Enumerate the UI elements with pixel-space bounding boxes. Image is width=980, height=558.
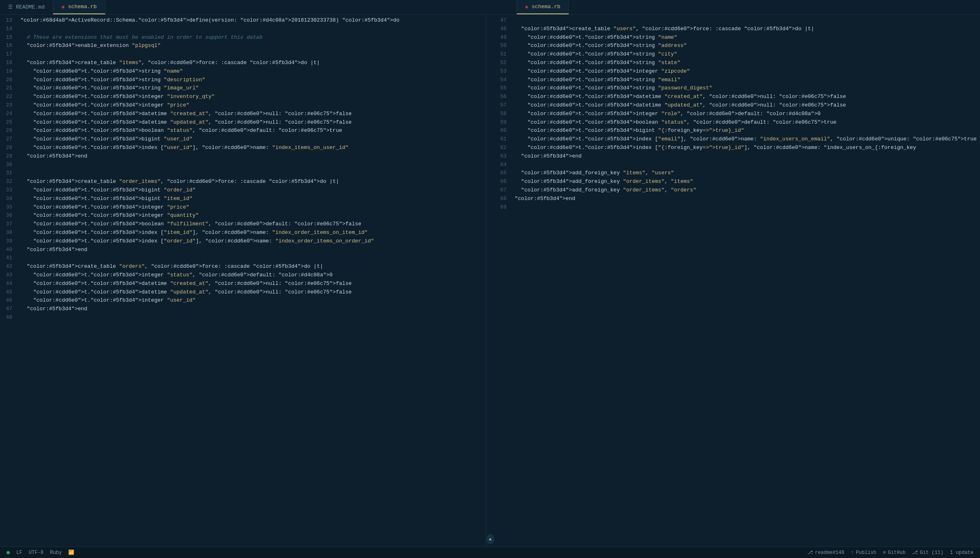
- schema-left-tab-label: schema.rb: [68, 4, 97, 10]
- status-encoding[interactable]: LF: [16, 550, 22, 556]
- publish-icon: ↑: [851, 550, 854, 556]
- status-signal: 📶: [68, 549, 74, 556]
- code-line: "color:#5fb3d4">add_foreign_key "items",…: [515, 169, 980, 178]
- code-line: "color:#cdd6e0">t."color:#5fb3d4">string…: [515, 59, 980, 67]
- code-line: "color:#5fb3d4">end: [20, 152, 486, 161]
- status-charset[interactable]: UTF-8: [29, 550, 43, 556]
- line-number: 51: [498, 50, 507, 59]
- git-label: Git (11): [920, 550, 944, 556]
- code-line: "color:#cdd6e0">t."color:#5fb3d4">intege…: [20, 93, 486, 101]
- readme-tab-label: README.md: [16, 4, 45, 10]
- git-item[interactable]: ⎇ Git (11): [912, 549, 944, 556]
- code-line: "color:#cdd6e0">t."color:#5fb3d4">string…: [515, 33, 980, 42]
- code-line: "color:#5fb3d4">add_foreign_key "order_i…: [515, 178, 980, 186]
- line-number: 44: [3, 280, 12, 288]
- code-line: "color:#5fb3d4">create_table "order_item…: [20, 178, 486, 186]
- schema-right-tab-label: schema.rb: [532, 4, 560, 10]
- code-line: "color:#68d4a8">ActiveRecord::Schema."co…: [20, 16, 486, 25]
- editors-container: 1314151617181920212223242526272829303132…: [0, 15, 980, 547]
- line-number: 67: [498, 186, 507, 195]
- git-icon: ⎇: [912, 549, 918, 556]
- code-line: "color:#cdd6e0">t."color:#5fb3d4">boolea…: [515, 118, 980, 127]
- code-line: "color:#cdd6e0">t."color:#5fb3d4">index …: [20, 237, 486, 246]
- line-number: 33: [3, 186, 12, 195]
- line-number: 46: [3, 296, 12, 305]
- update-item[interactable]: 1 update: [950, 550, 973, 556]
- line-number: 68: [498, 195, 507, 203]
- readme-tab-icon: ☰: [8, 4, 13, 10]
- line-number: 19: [3, 67, 12, 76]
- right-line-numbers: 4748495051525354555657585960616263646566…: [494, 15, 512, 547]
- line-number: 37: [3, 220, 12, 229]
- code-line: "color:#5fb3d4">end: [515, 195, 980, 203]
- line-number: 14: [3, 25, 12, 33]
- line-number: 65: [498, 169, 507, 178]
- code-line: "color:#cdd6e0">t."color:#5fb3d4">intege…: [20, 101, 486, 110]
- line-number: 35: [3, 203, 12, 212]
- code-line: "color:#cdd6e0">t."color:#5fb3d4">bigint…: [515, 127, 980, 135]
- code-line: [515, 16, 980, 25]
- pane-divider[interactable]: ▲: [486, 15, 494, 547]
- code-line: "color:#cdd6e0">t."color:#5fb3d4">index …: [20, 144, 486, 152]
- line-number: 27: [3, 135, 12, 144]
- left-line-numbers: 1314151617181920212223242526272829303132…: [0, 15, 17, 547]
- code-line: "color:#cdd6e0">t."color:#5fb3d4">string…: [515, 42, 980, 50]
- code-line: "color:#cdd6e0">t."color:#5fb3d4">bigint…: [20, 135, 486, 144]
- code-line: "color:#cdd6e0">t."color:#5fb3d4">intege…: [515, 67, 980, 76]
- status-right: ⎇ readme#148 ↑ Publish ⊙ GitHub ⎇ Git (1…: [807, 549, 973, 556]
- line-number: 13: [3, 16, 12, 25]
- line-number: 21: [3, 84, 12, 93]
- line-number: 30: [3, 161, 12, 169]
- code-line: [20, 254, 486, 262]
- line-number: 26: [3, 127, 12, 135]
- status-dot-item: [7, 551, 10, 554]
- line-number: 48: [498, 25, 507, 33]
- code-line: "color:#cdd6e0">t."color:#5fb3d4">dateti…: [20, 118, 486, 127]
- line-number: 40: [3, 246, 12, 254]
- git-branch-item[interactable]: ⎇ readme#148: [807, 549, 844, 556]
- scroll-up-button[interactable]: ▲: [486, 534, 494, 544]
- code-line: "color:#5fb3d4">end: [20, 305, 486, 313]
- left-editor-pane: 1314151617181920212223242526272829303132…: [0, 15, 486, 547]
- tab-readme[interactable]: ☰ README.md: [0, 0, 53, 14]
- line-number: 45: [3, 288, 12, 297]
- line-number: 54: [498, 76, 507, 84]
- line-number: 20: [3, 76, 12, 84]
- line-number: 47: [3, 305, 12, 313]
- github-icon: ⊙: [883, 549, 886, 556]
- tab-schema-right[interactable]: ◈ schema.rb: [517, 0, 569, 14]
- line-number: 69: [498, 203, 507, 212]
- git-branch-icon: ⎇: [807, 549, 813, 556]
- line-number: 32: [3, 178, 12, 186]
- right-code-area[interactable]: 4748495051525354555657585960616263646566…: [494, 15, 980, 547]
- code-line: "color:#cdd6e0">t."color:#5fb3d4">index …: [20, 229, 486, 237]
- code-line: [20, 169, 486, 178]
- line-number: 57: [498, 101, 507, 110]
- left-code-area[interactable]: 1314151617181920212223242526272829303132…: [0, 15, 486, 547]
- line-number: 16: [3, 42, 12, 50]
- code-line: "color:#cdd6e0">t."color:#5fb3d4">string…: [515, 84, 980, 93]
- publish-item[interactable]: ↑ Publish: [851, 550, 877, 556]
- line-number: 63: [498, 152, 507, 161]
- line-number: 18: [3, 59, 12, 67]
- code-line: "color:#cdd6e0">t."color:#5fb3d4">string…: [20, 84, 486, 93]
- code-line: "color:#5fb3d4">enable_extension "plpgsq…: [20, 42, 486, 50]
- code-line: "color:#5fb3d4">create_table "items", "c…: [20, 59, 486, 67]
- line-number: 59: [498, 118, 507, 127]
- code-line: [20, 50, 486, 59]
- line-number: 41: [3, 254, 12, 262]
- status-indicator: [7, 551, 10, 554]
- github-item[interactable]: ⊙ GitHub: [883, 549, 905, 556]
- code-line: "color:#cdd6e0">t."color:#5fb3d4">intege…: [515, 110, 980, 118]
- status-language[interactable]: Ruby: [50, 550, 62, 556]
- line-number: 52: [498, 59, 507, 67]
- line-number: 29: [3, 152, 12, 161]
- schema-right-tab-icon: ◈: [525, 3, 528, 10]
- line-number: 60: [498, 127, 507, 135]
- code-line: "color:#cdd6e0">t."color:#5fb3d4">index …: [515, 135, 980, 144]
- code-line: "color:#cdd6e0">t."color:#5fb3d4">index …: [515, 144, 980, 152]
- line-number: 25: [3, 118, 12, 127]
- line-number: 24: [3, 110, 12, 118]
- publish-label: Publish: [856, 550, 876, 556]
- tab-schema-left[interactable]: ◈ schema.rb: [53, 0, 105, 14]
